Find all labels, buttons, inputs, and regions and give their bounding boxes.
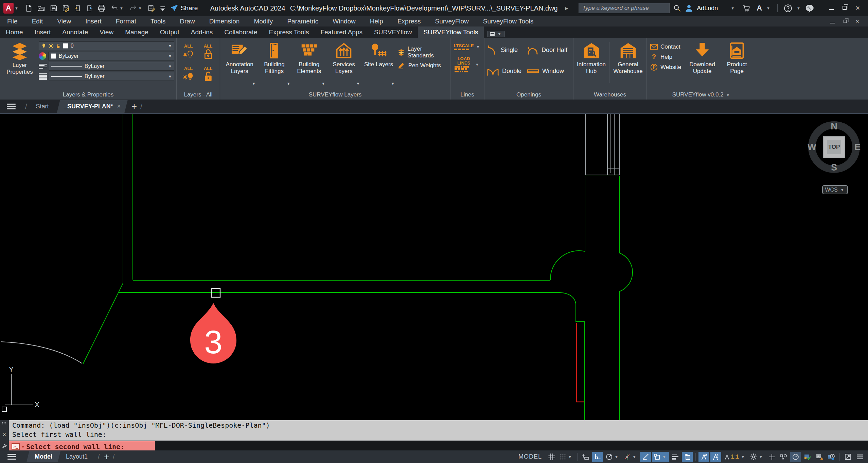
unlock-all-layers-button[interactable]: ALL [199, 63, 218, 85]
door-single-button[interactable]: Single [486, 44, 527, 56]
viewcube-west[interactable]: W [808, 142, 816, 153]
chevron-down-icon[interactable]: ▼ [15, 6, 18, 10]
new-drawing-button[interactable]: + [131, 103, 137, 110]
panel-label[interactable]: Layers - All [177, 90, 220, 100]
menu-surveyflow[interactable]: SurveyFlow [428, 18, 476, 25]
door-double-button[interactable]: Double [486, 65, 527, 77]
viewcube-south[interactable]: S [831, 162, 837, 173]
print-icon[interactable] [98, 4, 106, 12]
menu-edit[interactable]: Edit [25, 18, 50, 25]
ltscale-button[interactable]: LTSCALE ▼ [454, 43, 481, 50]
model-space-toggle[interactable]: MODEL [515, 452, 545, 462]
menu-view[interactable]: View [50, 18, 78, 25]
wrench-icon[interactable] [2, 444, 7, 449]
ribbon-tab-insert[interactable]: Insert [29, 26, 57, 38]
isometric-drafting-toggle[interactable]: ▼ [622, 452, 639, 462]
command-prompt-icon[interactable]: >_ [12, 443, 20, 450]
wcs-selector[interactable]: WCS ▼ [822, 185, 848, 194]
panel-label[interactable]: Openings [484, 90, 573, 100]
menu-express[interactable]: Express [390, 18, 428, 25]
chevron-down-icon[interactable]: ▼ [138, 6, 142, 10]
annotation-layers-button[interactable]: Annotation Layers ▼ [222, 41, 257, 90]
general-warehouse-button[interactable]: General Warehouse [612, 41, 644, 90]
menu-file[interactable]: File [0, 18, 25, 25]
chevron-down-icon[interactable]: ▼ [356, 82, 360, 86]
viewcube-north[interactable]: N [831, 121, 837, 132]
autodesk-apps-icon[interactable]: A [757, 4, 762, 13]
menu-draw[interactable]: Draw [173, 18, 202, 25]
chevron-down-icon[interactable]: ▼ [252, 82, 255, 86]
doc-close-button[interactable]: × [855, 18, 859, 25]
save-icon[interactable] [50, 4, 57, 12]
close-command-icon[interactable]: × [3, 431, 6, 438]
search-expand-icon[interactable]: ▶ [565, 6, 568, 11]
save-time-info-button[interactable] [826, 452, 837, 462]
chevron-down-icon[interactable]: ▼ [168, 44, 172, 48]
close-tab-icon[interactable]: × [117, 103, 121, 110]
ribbon-tab-addins[interactable]: Add-ins [185, 26, 218, 38]
units-button[interactable] [778, 452, 789, 462]
viewcube-top-face[interactable]: TOP [823, 136, 845, 158]
layer-select[interactable]: 0 ▼ [39, 41, 174, 50]
panel-label[interactable]: Lines [450, 90, 484, 100]
ribbon-tab-collaborate[interactable]: Collaborate [218, 26, 263, 38]
search-icon[interactable] [673, 4, 681, 12]
customization-menu-button[interactable] [854, 452, 865, 462]
building-fittings-button[interactable]: Building Fittings ▼ [257, 41, 291, 90]
clean-screen-button[interactable] [790, 452, 801, 462]
doc-restore-button[interactable] [843, 18, 847, 25]
turn-on-all-layers-button[interactable]: ALL [179, 63, 198, 85]
redo-button[interactable]: ▼ [129, 5, 143, 12]
door-half-button[interactable]: Door Half [527, 44, 573, 56]
ortho-toggle[interactable] [592, 452, 603, 462]
chevron-down-icon[interactable]: ▼ [766, 6, 770, 10]
tab-layout1[interactable]: Layout1 [59, 451, 94, 462]
selected-wall-line[interactable] [577, 323, 584, 402]
contact-button[interactable]: Contact [650, 43, 681, 50]
ribbon-tab-output[interactable]: Output [154, 26, 185, 38]
chevron-down-icon[interactable]: ▼ [22, 444, 24, 449]
viewcube[interactable]: N W E S TOP [808, 121, 860, 173]
menu-format[interactable]: Format [109, 18, 143, 25]
object-snap-tracking-toggle[interactable] [640, 452, 651, 462]
user-avatar-icon[interactable] [685, 4, 693, 13]
menu-insert[interactable]: Insert [78, 18, 109, 25]
open-file-icon[interactable] [37, 4, 45, 12]
polar-tracking-toggle[interactable]: ▼ [604, 452, 621, 462]
load-lines-button[interactable]: LOAD LINES ▼ [455, 56, 480, 72]
ribbon-tab-surveyflow[interactable]: SURVEYflow [368, 26, 418, 38]
fullscreen-button[interactable] [843, 452, 853, 462]
graphics-performance-button[interactable] [802, 452, 813, 462]
chevron-down-icon[interactable]: ▼ [475, 63, 479, 67]
ribbon-tab-manage[interactable]: Manage [119, 26, 154, 38]
batch-plot-icon[interactable] [148, 4, 155, 12]
transparency-toggle[interactable] [682, 452, 693, 462]
isolate-objects-button[interactable] [766, 452, 777, 462]
tab-model[interactable]: Model [26, 451, 60, 462]
site-layers-button[interactable]: Site Layers ▼ [361, 41, 396, 90]
menu-window[interactable]: Window [325, 18, 363, 25]
annotation-scale-select[interactable]: 1:1▼ [722, 452, 748, 462]
layer-properties-button[interactable]: Layer Properties [2, 41, 37, 90]
lineweight-toggle[interactable] [670, 452, 681, 462]
menu-help[interactable]: Help [363, 18, 390, 25]
save-as-icon[interactable] [62, 4, 70, 12]
tab-survey-plan[interactable]: _SURVEY-PLAN*× [57, 100, 127, 113]
new-file-icon[interactable] [25, 4, 32, 12]
help-link-button[interactable]: ? Help [650, 53, 681, 61]
close-button[interactable]: × [855, 5, 860, 12]
restore-button[interactable] [843, 5, 847, 11]
chevron-down-icon[interactable]: ▼ [568, 455, 572, 459]
chevron-down-icon[interactable]: ▼ [615, 455, 618, 459]
chevron-down-icon[interactable]: ▼ [168, 54, 172, 58]
doc-minimize-button[interactable] [830, 18, 835, 25]
ribbon-tab-view[interactable]: View [94, 26, 119, 38]
dynamic-input-toggle[interactable] [580, 452, 591, 462]
share-button[interactable]: Share [170, 4, 198, 12]
autocad-logo-icon[interactable]: A [3, 3, 14, 14]
layout-menu-icon[interactable] [7, 454, 16, 460]
drawing-canvas[interactable]: Y X 3 N W E S TOP WCS ▼ [0, 114, 868, 420]
tab-start[interactable]: Start [31, 100, 54, 113]
help-icon[interactable] [784, 4, 792, 13]
user-name[interactable]: AdLndn [697, 5, 718, 12]
